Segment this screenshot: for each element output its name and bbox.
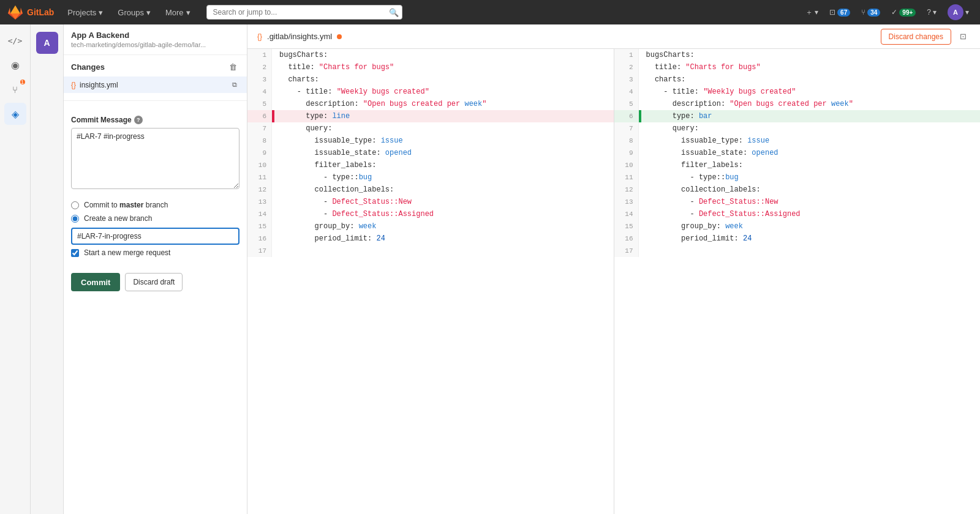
- merge-requests-icon: ⑂: [12, 84, 18, 95]
- line-content: - title: "Weekly bugs created": [641, 86, 801, 98]
- more-menu[interactable]: More ▾: [159, 6, 197, 20]
- todos-badge: 99+: [899, 9, 916, 17]
- file-name: insights.yml: [80, 81, 226, 89]
- diff-line: 8 issuable_type: issue: [614, 135, 981, 147]
- line-content: [274, 245, 284, 257]
- commit-message-textarea[interactable]: #LAR-7 #in-progress: [71, 128, 239, 189]
- line-content: title: "Charts for bugs": [274, 61, 399, 73]
- project-avatar[interactable]: A: [36, 32, 58, 54]
- discard-changes-button[interactable]: Discard changes: [881, 29, 951, 45]
- line-number: 6: [614, 110, 639, 122]
- line-content: period_limit: 24: [274, 233, 390, 245]
- line-content: [641, 245, 651, 257]
- diff-line: 15 group_by: week: [247, 220, 614, 233]
- commit-to-master-option[interactable]: Commit to master branch: [71, 198, 239, 212]
- line-number: 10: [614, 159, 639, 171]
- pipeline-icon: ◈: [12, 108, 19, 120]
- line-number: 16: [247, 233, 272, 245]
- line-content: group_by: week: [274, 220, 381, 233]
- line-content: - type::bug: [274, 171, 377, 184]
- diff-line: 2 title: "Charts for bugs": [247, 61, 614, 73]
- diff-line: 12 collection_labels:: [614, 184, 981, 196]
- projects-menu[interactable]: Projects ▾: [61, 6, 109, 20]
- line-content: bugsCharts:: [641, 49, 699, 61]
- changes-title: Changes: [71, 62, 105, 72]
- diff-line: 9 issuable_state: opened: [247, 147, 614, 159]
- search-input[interactable]: [206, 5, 402, 20]
- issues-button[interactable]: ⊡ 67: [826, 6, 854, 19]
- plus-menu-button[interactable]: ＋ ▾: [802, 5, 822, 20]
- delete-changes-button[interactable]: 🗑: [227, 61, 239, 73]
- diff-file-path: .gitlab/insights.yml: [267, 32, 332, 41]
- line-number: 10: [247, 159, 272, 171]
- sidebar-item-code[interactable]: </>: [4, 29, 26, 51]
- line-number: 15: [247, 220, 272, 233]
- diff-line: 11 - type::bug: [614, 171, 981, 184]
- file-item-insights[interactable]: {} insights.yml ⧉: [64, 76, 247, 93]
- diff-line: 15 group_by: week: [614, 220, 981, 233]
- line-content: - Defect_Status::New: [274, 196, 417, 208]
- line-number: 17: [614, 245, 639, 257]
- line-number: 6: [247, 110, 272, 122]
- diff-line: 7 query:: [247, 122, 614, 135]
- line-content: charts:: [641, 73, 691, 86]
- create-branch-radio[interactable]: [71, 215, 79, 223]
- line-number: 7: [614, 122, 639, 135]
- branch-name-input[interactable]: [71, 228, 239, 245]
- nav-icons: ＋ ▾ ⊡ 67 ⑂ 34 ✓ 99+ ? ▾ A ▾: [802, 2, 973, 23]
- merge-request-checkbox[interactable]: [71, 249, 79, 257]
- diff-line: 3 charts:: [247, 73, 614, 86]
- branch-options: Commit to master branch Create a new bra…: [64, 198, 247, 268]
- todos-button[interactable]: ✓ 99+: [888, 6, 919, 19]
- gitlab-logo[interactable]: GitLab: [7, 4, 54, 20]
- help-icon[interactable]: ?: [134, 116, 143, 124]
- commit-message-label: Commit Message ?: [71, 116, 239, 124]
- diff-pane-original: 1bugsCharts:2 title: "Charts for bugs"3 …: [247, 49, 614, 514]
- line-number: 5: [247, 98, 272, 110]
- line-content: issuable_type: issue: [274, 135, 408, 147]
- line-number: 8: [247, 135, 272, 147]
- diff-line: 9 issuable_state: opened: [614, 147, 981, 159]
- issues-icon: ◉: [11, 59, 20, 71]
- diff-line: 8 issuable_type: issue: [247, 135, 614, 147]
- line-content: type: bar: [641, 110, 717, 122]
- discard-draft-button[interactable]: Discard draft: [125, 273, 183, 291]
- top-nav: GitLab Projects ▾ Groups ▾ More ▾ 🔍 ＋ ▾ …: [0, 0, 980, 24]
- file-action-button[interactable]: ⧉: [230, 80, 239, 89]
- help-button[interactable]: ? ▾: [923, 6, 940, 19]
- diff-line: 14 - Defect_Status::Assigned: [614, 208, 981, 220]
- diff-line: 13 - Defect_Status::New: [247, 196, 614, 208]
- line-content: charts:: [274, 73, 324, 86]
- line-content: query:: [641, 122, 704, 135]
- user-avatar: A: [948, 4, 963, 20]
- line-number: 14: [247, 208, 272, 220]
- commit-button[interactable]: Commit: [71, 273, 120, 291]
- start-merge-request-option[interactable]: Start a new merge request: [71, 245, 239, 261]
- line-content: collection_labels:: [274, 184, 399, 196]
- line-content: description: "Open bugs created per week…: [641, 98, 858, 110]
- app-layout: </> ◉ ⑂ 1 ◈ A App A Backend tech-marketi…: [0, 24, 980, 514]
- sidebar-item-issues[interactable]: ◉: [4, 54, 26, 76]
- create-new-branch-option[interactable]: Create a new branch: [71, 212, 239, 225]
- diff-pane-modified: 1bugsCharts:2 title: "Charts for bugs"3 …: [614, 49, 981, 514]
- merge-requests-button[interactable]: ⑂ 34: [858, 6, 884, 19]
- diff-view-toggle[interactable]: ⊡: [956, 29, 970, 43]
- line-number: 7: [247, 122, 272, 135]
- line-content: filter_labels:: [274, 159, 381, 171]
- sidebar-item-merge-requests[interactable]: ⑂ 1: [4, 78, 26, 100]
- commit-section: Commit Message ? #LAR-7 #in-progress: [64, 108, 247, 198]
- groups-menu[interactable]: Groups ▾: [111, 6, 157, 20]
- code-icon: </>: [8, 36, 22, 45]
- line-content: issuable_state: opened: [641, 147, 783, 159]
- line-number: 2: [247, 61, 272, 73]
- sidebar-item-pipeline[interactable]: ◈: [4, 103, 26, 125]
- user-menu-button[interactable]: A ▾: [944, 2, 973, 23]
- changes-header: Changes 🗑: [64, 55, 247, 76]
- line-content: - title: "Weekly bugs created": [274, 86, 434, 98]
- diff-line: 16 period_limit: 24: [247, 233, 614, 245]
- search-icon: 🔍: [389, 8, 399, 17]
- line-number: 1: [247, 49, 272, 61]
- line-number: 4: [247, 86, 272, 98]
- commit-master-radio[interactable]: [71, 201, 79, 209]
- new-branch-label: Create a new branch: [84, 214, 152, 223]
